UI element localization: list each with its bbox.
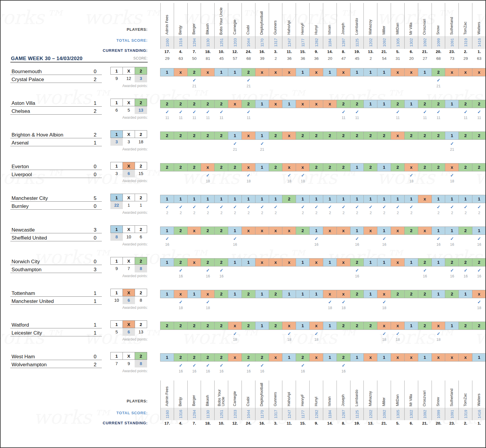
- match-row: Norwich City0Southampton31X2978Awarded p…: [10, 257, 486, 287]
- prediction-cell: 2: [269, 290, 283, 298]
- prediction-cell: 2: [242, 290, 255, 298]
- awarded-points-value: 18: [228, 338, 242, 342]
- empty-check: [323, 78, 337, 83]
- prediction-cell: 1: [323, 322, 337, 330]
- awarded-points-label: Awarded points:: [93, 369, 148, 373]
- empty-points: [296, 84, 310, 88]
- correct-check-icon: ✓: [282, 173, 296, 178]
- prediction-cell: 1: [445, 100, 459, 108]
- empty-points: [296, 306, 310, 310]
- correct-check-icon: ✓: [188, 109, 201, 115]
- correct-check-icon: ✓: [377, 236, 391, 241]
- correct-check-icon: ✓: [215, 109, 228, 115]
- empty-points: [269, 338, 283, 342]
- match-teams: Everton0Liverpool0: [10, 162, 102, 178]
- empty-points: [472, 84, 486, 88]
- prediction-cell: 2: [337, 353, 350, 362]
- player-name: Bobs Your Uncle: [218, 380, 225, 406]
- empty-points: [377, 274, 391, 278]
- prediction-cell: x: [458, 353, 472, 362]
- player-total-score: 1125: [355, 38, 359, 47]
- empty-check: [228, 173, 242, 178]
- player-total-score: 1202: [368, 410, 373, 418]
- home-team-line: Everton0: [10, 162, 102, 170]
- player-standing: 10.: [215, 49, 228, 54]
- player-name: Deployfootball: [260, 383, 264, 406]
- prediction-cell: x: [337, 258, 350, 266]
- awarded-points-value: 21: [228, 147, 242, 152]
- player-total-score: 1287: [341, 38, 346, 47]
- player-week-score: 63: [472, 56, 486, 61]
- empty-check: [432, 268, 445, 273]
- outcome-header-2: 2: [135, 130, 147, 138]
- watermark: works™: [0, 7, 63, 28]
- player-week-score: 20: [323, 56, 337, 61]
- awarded-points-value: 2: [188, 211, 201, 215]
- prediction-cell: 2: [214, 353, 228, 362]
- prediction-cell: x: [255, 227, 269, 235]
- correct-check-icon: ✓: [201, 363, 215, 368]
- correct-check-icon: ✓: [188, 78, 201, 83]
- away-team-score: 0: [94, 172, 102, 178]
- prediction-cell: 2: [214, 322, 228, 330]
- empty-points: [418, 179, 432, 183]
- home-team-line: Norwich City0: [10, 257, 102, 265]
- awarded-points-value: 2: [472, 211, 486, 215]
- empty-points: [215, 179, 228, 183]
- empty-check: [228, 109, 242, 115]
- player-name: Hunyi: [314, 25, 318, 35]
- correct-check-icon: ✓: [391, 204, 405, 210]
- empty-points: [459, 179, 472, 183]
- outcome-header-x: X: [123, 194, 135, 201]
- away-team-line: Chelsea2: [10, 107, 102, 115]
- outcome-box: 1X23615: [110, 162, 148, 177]
- player-total-score: 1287: [341, 410, 346, 418]
- player-total-score: 1091: [450, 410, 454, 418]
- prediction-cell: 1: [377, 353, 391, 362]
- empty-check: [296, 78, 310, 83]
- player-column: HenryF1177: [296, 380, 310, 420]
- pick-count: 5: [123, 106, 135, 114]
- prediction-cell: 1: [296, 290, 310, 298]
- outcome-header-2: 2: [135, 320, 147, 328]
- away-team-score: 1: [94, 140, 102, 146]
- prediction-cell: x: [391, 258, 405, 266]
- outcome-box: 1X28106: [110, 225, 148, 241]
- empty-check: [215, 299, 228, 305]
- correct-check-icon: ✓: [445, 236, 459, 241]
- prediction-cell: x: [309, 68, 323, 76]
- player-total-score: 1092: [382, 410, 386, 418]
- empty-check: [377, 141, 391, 146]
- empty-check: [174, 141, 188, 146]
- player-standing: 4.: [174, 49, 188, 54]
- outcome-header-x: X: [123, 257, 135, 265]
- player-standing: 21.: [377, 421, 391, 425]
- outcome-header-2: 2: [135, 225, 147, 233]
- prediction-cell: x: [418, 227, 432, 235]
- prediction-cell: 1: [323, 258, 337, 266]
- empty-points: [418, 243, 432, 247]
- prediction-cell: 1: [255, 100, 269, 108]
- player-name: HenryF: [301, 23, 305, 35]
- empty-points: [228, 84, 242, 88]
- away-team-line: Crystal Palace2: [10, 75, 102, 83]
- home-team-score: 2: [94, 132, 102, 138]
- empty-check: [405, 363, 418, 368]
- correct-check-icon: ✓: [242, 109, 255, 115]
- empty-check: [323, 236, 337, 241]
- empty-check: [215, 236, 228, 241]
- player-standing: 24.: [242, 421, 255, 425]
- prediction-cell: 2: [350, 100, 364, 108]
- player-column: Lombardo1125: [350, 3, 364, 49]
- player-standing: 7.: [188, 49, 201, 54]
- check-row: ✓✓✓✓✓✓✓✓✓✓✓✓✓✓✓✓✓✓✓✓✓✓: [160, 204, 486, 210]
- prediction-cells-row: 12222x22x12x121x1xx1xxx1: [160, 353, 486, 362]
- prediction-cell: 1: [323, 353, 337, 362]
- empty-check: [310, 141, 323, 146]
- prediction-cell: 1: [255, 195, 269, 203]
- correct-check-icon: ✓: [255, 363, 269, 368]
- pick-count-winning: 22: [110, 201, 123, 209]
- points-row: 1616161616161616: [160, 369, 486, 373]
- player-standing: 4.: [174, 421, 188, 425]
- prediction-cell: 2: [337, 163, 350, 171]
